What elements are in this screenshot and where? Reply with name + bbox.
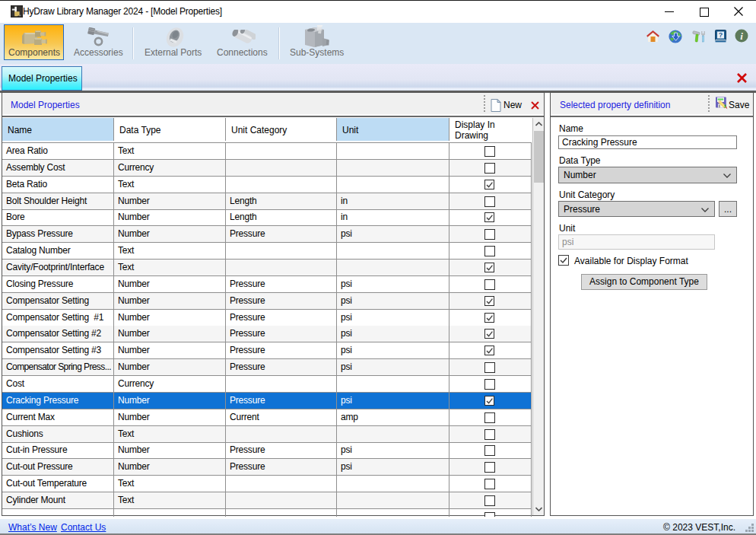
- svg-text:i: i: [740, 30, 743, 42]
- svg-text:?: ?: [719, 31, 723, 39]
